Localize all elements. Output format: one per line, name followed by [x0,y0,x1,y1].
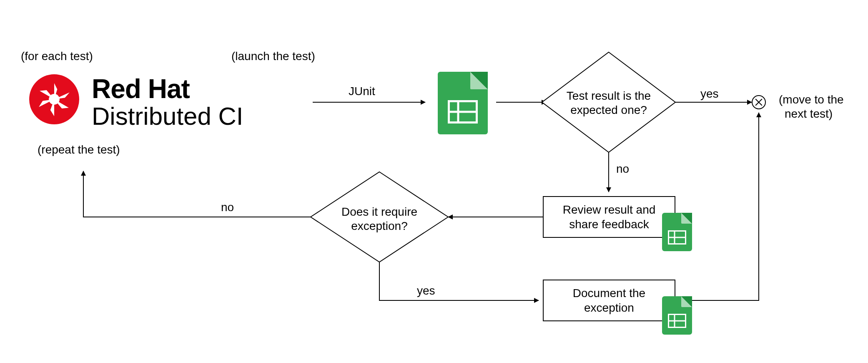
dci-gecko-icon [29,74,79,124]
edge-label-no-down: no [616,162,629,176]
terminator-icon [752,95,766,109]
decision-expected-text2: expected one? [565,103,652,117]
annotation-launch-test: (launch the test) [231,49,315,63]
dci-brand-dci: Distributed CI [92,102,243,131]
sheets-icon-small-2 [662,296,692,335]
flowchart-canvas: (for each test) (launch the test) (repea… [0,0,868,363]
process-review-text1: Review result and [563,202,656,217]
process-review: Review result and share feedback [543,196,675,238]
edge-yes-to-document [379,262,539,300]
connectors-layer [0,0,868,363]
decision-exception-text2: exception? [336,219,423,233]
edge-label-no-loop: no [221,200,234,214]
annotation-move-next-1: (move to the [779,93,844,107]
decision-exception-text1: Does it require [336,204,423,219]
process-document: Document the exception [543,280,675,321]
process-document-text2: exception [573,300,645,315]
sheets-icon [438,72,488,134]
edge-no-loop [83,171,311,217]
edge-label-yes-bottom: yes [417,284,435,298]
edge-document-to-terminator [675,113,759,300]
process-document-text1: Document the [573,286,645,300]
annotation-repeat-test: (repeat the test) [38,143,120,157]
annotation-move-next-2: next test) [785,107,833,121]
decision-expected-text1: Test result is the [565,88,652,103]
edge-label-junit: JUnit [349,84,375,98]
edge-label-yes-top: yes [700,87,719,101]
dci-brand-redhat: Red Hat [92,73,190,104]
annotation-for-each-test: (for each test) [21,49,93,63]
dci-node: Red Hat Distributed CI [29,67,267,138]
sheets-icon-small-1 [662,213,692,251]
process-review-text2: share feedback [563,217,656,232]
